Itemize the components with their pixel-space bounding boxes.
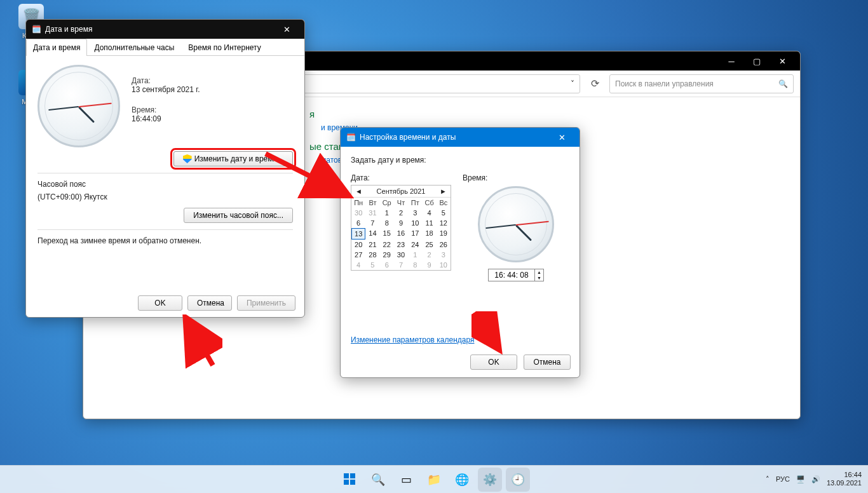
search-icon: 🔍 [778,79,788,88]
tray-network-icon[interactable]: 🖥️ [796,475,805,483]
change-date-time-button[interactable]: Изменить дату и время... [173,151,293,166]
taskbar-explorer[interactable]: 📁 [422,468,446,492]
calendar-day[interactable]: 21 [365,240,379,250]
change-timezone-button[interactable]: Изменить часовой пояс... [184,208,293,223]
calendar-day[interactable]: 13 [351,228,365,240]
system-tray[interactable]: ˄ РУС 🖥️ 🔊 16:44 13.09.2021 [766,465,862,493]
timezone-value: (UTC+09:00) Якутск [37,192,293,201]
datetime-icon: 🗓️ [346,132,356,142]
titlebar[interactable]: 🗓️ Настройка времени и даты ✕ [341,128,580,147]
start-button[interactable] [338,468,362,492]
calendar-day[interactable]: 7 [365,218,379,228]
calendar-dow: Вт [365,198,379,208]
next-month-button[interactable]: ► [440,187,447,195]
cancel-button[interactable]: Отмена [524,355,571,370]
tab-internet-time[interactable]: Время по Интернету [181,39,268,56]
calendar[interactable]: ◄ Сентябрь 2021 ► ПнВтСрЧтПтСбВс30311234… [351,185,451,271]
calendar-day[interactable]: 8 [408,260,422,270]
calendar-day[interactable]: 15 [380,228,394,240]
maximize-button[interactable]: ▢ [744,51,770,71]
calendar-day[interactable]: 6 [351,218,365,228]
prev-month-button[interactable]: ◄ [355,187,362,195]
calendar-day[interactable]: 1 [380,208,394,218]
calendar-day[interactable]: 26 [437,240,451,250]
calendar-day[interactable]: 7 [394,260,408,270]
calendar-day[interactable]: 10 [408,218,422,228]
calendar-day[interactable]: 12 [437,218,451,228]
calendar-month[interactable]: Сентябрь 2021 [377,187,426,195]
calendar-day[interactable]: 8 [380,218,394,228]
calendar-day[interactable]: 30 [394,250,408,260]
timezone-heading: Часовой пояс [37,180,293,189]
chevron-down-icon[interactable]: ˅ [571,79,574,88]
calendar-day[interactable]: 3 [408,208,422,218]
calendar-day[interactable]: 17 [408,228,422,240]
task-view-button[interactable]: ▭ [394,468,418,492]
close-button[interactable]: ✕ [549,128,574,147]
date-time-dialog: 🗓️ Дата и время ✕ Дата и время Дополните… [25,19,305,318]
taskbar-search[interactable]: 🔍 [366,468,390,492]
calendar-day[interactable]: 1 [408,250,422,260]
calendar-day[interactable]: 22 [380,240,394,250]
time-label: Время: [463,173,569,182]
calendar-dow: Пт [408,198,422,208]
svg-rect-6 [350,480,355,485]
taskbar-control-panel[interactable]: ⚙️ [478,468,502,492]
close-button[interactable]: ✕ [770,51,795,71]
tabs: Дата и время Дополнительные часы Время п… [26,39,304,56]
taskbar[interactable]: 🔍 ▭ 📁 🌐 ⚙️ 🕘 [0,465,868,493]
calendar-day[interactable]: 3 [437,250,451,260]
calendar-day[interactable]: 5 [365,260,379,270]
ok-button[interactable]: OK [470,355,517,370]
time-spinner[interactable]: ▲▼ [534,269,544,281]
calendar-day[interactable]: 28 [365,250,379,260]
calendar-day[interactable]: 20 [351,240,365,250]
calendar-day[interactable]: 5 [437,208,451,218]
taskbar-edge[interactable]: 🌐 [450,468,474,492]
search-placeholder: Поиск в панели управления [615,79,714,88]
calendar-day[interactable]: 19 [437,228,451,240]
close-button[interactable]: ✕ [274,20,299,39]
apply-button[interactable]: Применить [237,295,295,311]
calendar-day[interactable]: 14 [365,228,379,240]
cancel-button[interactable]: Отмена [187,295,232,311]
tray-chevron-icon[interactable]: ˄ [766,475,770,483]
calendar-day[interactable]: 18 [422,228,436,240]
window-title: Дата и время [45,25,92,34]
calendar-day[interactable]: 24 [408,240,422,250]
date-label: Дата: [132,76,200,85]
calendar-day[interactable]: 9 [422,260,436,270]
analog-clock [37,65,120,147]
calendar-day[interactable]: 11 [422,218,436,228]
tray-clock[interactable]: 16:44 13.09.2021 [827,471,862,487]
calendar-day[interactable]: 23 [394,240,408,250]
minimize-button[interactable]: ─ [719,51,744,71]
tab-additional-clocks[interactable]: Дополнительные часы [87,39,181,56]
time-input[interactable] [488,269,535,281]
tab-date-time[interactable]: Дата и время [26,39,87,56]
calendar-day[interactable]: 30 [351,208,365,218]
titlebar[interactable]: 🗓️ Дата и время ✕ [26,20,304,39]
taskbar-datetime[interactable]: 🕘 [506,468,530,492]
calendar-day[interactable]: 4 [351,260,365,270]
analog-clock [478,186,554,262]
calendar-day[interactable]: 29 [380,250,394,260]
calendar-day[interactable]: 9 [394,218,408,228]
calendar-settings-link[interactable]: Изменение параметров календаря [351,335,475,344]
tray-volume-icon[interactable]: 🔊 [811,475,820,483]
calendar-day[interactable]: 2 [394,208,408,218]
calendar-day[interactable]: 25 [422,240,436,250]
calendar-day[interactable]: 10 [437,260,451,270]
calendar-day[interactable]: 31 [365,208,379,218]
calendar-day[interactable]: 4 [422,208,436,218]
search-input[interactable]: Поиск в панели управления 🔍 [609,74,794,93]
calendar-day[interactable]: 27 [351,250,365,260]
calendar-day[interactable]: 6 [380,260,394,270]
ok-button[interactable]: OK [138,295,182,311]
tray-language[interactable]: РУС [776,475,790,483]
refresh-button[interactable]: ⟳ [585,74,604,93]
svg-rect-3 [344,473,349,478]
calendar-day[interactable]: 2 [422,250,436,260]
calendar-day[interactable]: 16 [394,228,408,240]
date-label: Дата: [351,173,451,182]
